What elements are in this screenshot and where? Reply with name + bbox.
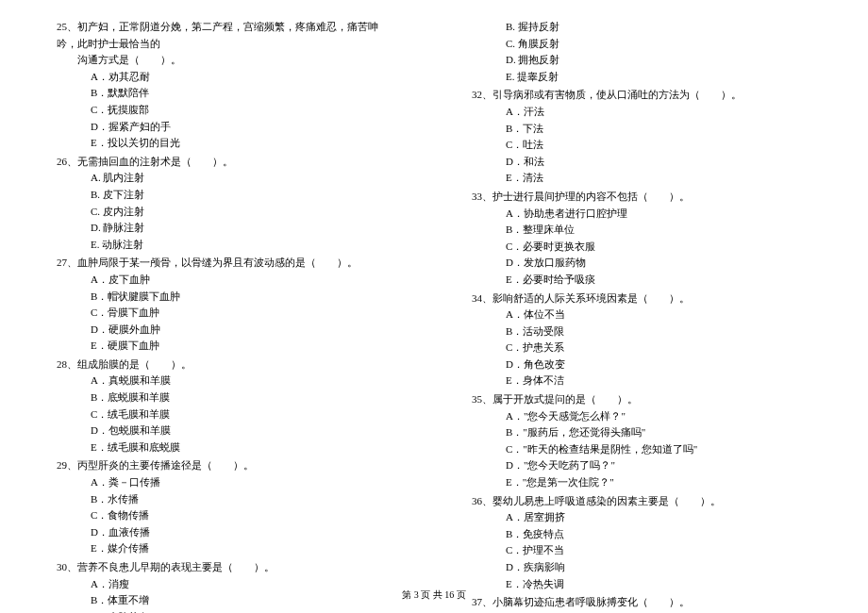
option-c: C．必要时更换衣服	[472, 239, 811, 256]
question-30: 30、营养不良患儿早期的表现主要是（ ）。 A．消瘦 B．体重不增 C．皮肤苍白…	[57, 559, 396, 613]
question-25: 25、初产妇，正常阴道分娩，第二产程，宫缩频繁，疼痛难忍，痛苦呻吟，此时护士最恰…	[57, 19, 396, 152]
question-28: 28、组成胎膜的是（ ）。 A．真蜕膜和羊膜 B．底蜕膜和羊膜 C．绒毛膜和羊膜…	[57, 356, 396, 456]
option-a: A．"您今天感觉怎么样？"	[472, 408, 811, 425]
question-text: 26、无需抽回血的注射术是（ ）。	[57, 154, 396, 171]
option-e: E．硬膜下血肿	[57, 338, 396, 355]
option-d: D. 拥抱反射	[472, 52, 811, 69]
option-c: C．抚摸腹部	[57, 102, 396, 119]
question-text: 29、丙型肝炎的主要传播途径是（ ）。	[57, 457, 396, 474]
option-c: C．"昨天的检查结果是阴性，您知道了吗"	[472, 441, 811, 458]
question-text: 28、组成胎膜的是（ ）。	[57, 356, 396, 373]
option-c: C．绒毛膜和羊膜	[57, 406, 396, 423]
question-31-cont: B. 握持反射 C. 角膜反射 D. 拥抱反射 E. 提睾反射	[472, 19, 811, 85]
question-35: 35、属于开放式提问的是（ ）。 A．"您今天感觉怎么样？" B．"服药后，您还…	[472, 391, 811, 491]
option-a: A．协助患者进行口腔护理	[472, 206, 811, 223]
option-c: C．骨膜下血肿	[57, 305, 396, 322]
question-text: 36、婴幼儿易患上呼吸道感染的因素主要是（ ）。	[472, 493, 811, 510]
option-e: E．投以关切的目光	[57, 135, 396, 152]
option-d: D．角色改变	[472, 356, 811, 373]
option-b: B．下法	[472, 121, 811, 138]
option-e: E．必要时给予吸痰	[472, 272, 811, 289]
option-c: C. 角膜反射	[472, 36, 811, 53]
option-b: B. 皮下注射	[57, 187, 396, 204]
option-a: A．皮下血肿	[57, 272, 396, 289]
option-b: B．帽状腱膜下血肿	[57, 289, 396, 306]
option-a: A．劝其忍耐	[57, 69, 396, 86]
question-text: 30、营养不良患儿早期的表现主要是（ ）。	[57, 559, 396, 576]
option-b: B．免疫特点	[472, 526, 811, 543]
option-e: E．清法	[472, 170, 811, 187]
question-text: 35、属于开放式提问的是（ ）。	[472, 391, 811, 408]
option-d: D．发放口服药物	[472, 255, 811, 272]
question-text: 25、初产妇，正常阴道分娩，第二产程，宫缩频繁，疼痛难忍，痛苦呻吟，此时护士最恰…	[57, 19, 396, 52]
option-a: A. 肌内注射	[57, 170, 396, 187]
option-d: D．硬膜外血肿	[57, 322, 396, 339]
option-c: C．皮肤苍白	[57, 609, 396, 613]
question-29: 29、丙型肝炎的主要传播途径是（ ）。 A．粪－口传播 B．水传播 C．食物传播…	[57, 457, 396, 557]
page-footer: 第 3 页 共 16 页	[0, 588, 868, 602]
option-e: E. 动脉注射	[57, 237, 396, 254]
option-e: E．绒毛膜和底蜕膜	[57, 439, 396, 456]
option-e: E. 提睾反射	[472, 69, 811, 86]
option-b: B. 握持反射	[472, 19, 811, 36]
option-d: D．疾病影响	[472, 559, 811, 576]
question-text-cont: 沟通方式是（ ）。	[57, 52, 396, 69]
question-33: 33、护士进行晨间护理的内容不包括（ ）。 A．协助患者进行口腔护理 B．整理床…	[472, 189, 811, 289]
question-text: 32、引导病邪或有害物质，使从口涌吐的方法为（ ）。	[472, 87, 811, 104]
option-e: E．身体不洁	[472, 373, 811, 389]
exam-content: 25、初产妇，正常阴道分娩，第二产程，宫缩频繁，疼痛难忍，痛苦呻吟，此时护士最恰…	[57, 19, 811, 613]
option-a: A．体位不当	[472, 306, 811, 323]
option-c: C．护理不当	[472, 542, 811, 559]
option-a: A．真蜕膜和羊膜	[57, 373, 396, 389]
question-36: 36、婴幼儿易患上呼吸道感染的因素主要是（ ）。 A．居室拥挤 B．免疫特点 C…	[472, 493, 811, 593]
option-d: D．和法	[472, 154, 811, 171]
option-d: D．包蜕膜和羊膜	[57, 422, 396, 439]
question-26: 26、无需抽回血的注射术是（ ）。 A. 肌内注射 B. 皮下注射 C. 皮内注…	[57, 154, 396, 254]
option-c: C. 皮内注射	[57, 204, 396, 221]
option-d: D．"您今天吃药了吗？"	[472, 457, 811, 474]
option-e: E．媒介传播	[57, 540, 396, 557]
right-column: B. 握持反射 C. 角膜反射 D. 拥抱反射 E. 提睾反射 32、引导病邪或…	[472, 19, 811, 613]
question-text: 33、护士进行晨间护理的内容不包括（ ）。	[472, 189, 811, 206]
question-27: 27、血肿局限于某一颅骨，以骨缝为界且有波动感的是（ ）。 A．皮下血肿 B．帽…	[57, 255, 396, 355]
question-text: 34、影响舒适的人际关系环境因素是（ ）。	[472, 290, 811, 307]
option-a: A．汗法	[472, 104, 811, 121]
option-b: B．活动受限	[472, 323, 811, 340]
option-d: D．血液传播	[57, 524, 396, 541]
option-a: A．粪－口传播	[57, 474, 396, 491]
left-column: 25、初产妇，正常阴道分娩，第二产程，宫缩频繁，疼痛难忍，痛苦呻吟，此时护士最恰…	[57, 19, 396, 613]
option-a: A．居室拥挤	[472, 509, 811, 526]
question-32: 32、引导病邪或有害物质，使从口涌吐的方法为（ ）。 A．汗法 B．下法 C．吐…	[472, 87, 811, 187]
option-c: C．护患关系	[472, 340, 811, 356]
option-b: B．水传播	[57, 491, 396, 508]
option-c: C．食物传播	[57, 507, 396, 524]
option-d: D．握紧产妇的手	[57, 119, 396, 136]
option-b: B．默默陪伴	[57, 85, 396, 102]
option-e: E．"您是第一次住院？"	[472, 474, 811, 491]
option-b: B．底蜕膜和羊膜	[57, 389, 396, 406]
option-d: D. 静脉注射	[57, 220, 396, 237]
option-c: C．吐法	[472, 137, 811, 154]
question-text: 27、血肿局限于某一颅骨，以骨缝为界且有波动感的是（ ）。	[57, 255, 396, 272]
option-b: B．"服药后，您还觉得头痛吗"	[472, 424, 811, 441]
option-b: B．整理床单位	[472, 222, 811, 239]
question-34: 34、影响舒适的人际关系环境因素是（ ）。 A．体位不当 B．活动受限 C．护患…	[472, 290, 811, 390]
